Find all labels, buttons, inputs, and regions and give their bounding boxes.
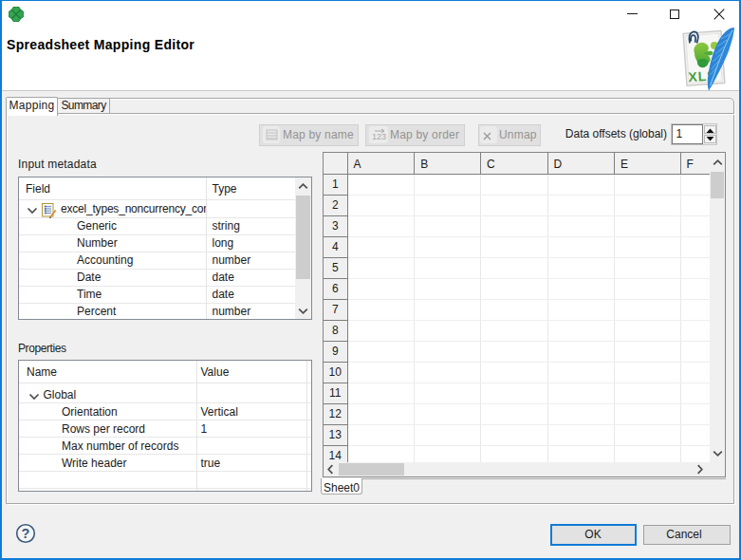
svg-text:123: 123: [372, 132, 386, 141]
svg-text:?: ?: [22, 526, 30, 541]
